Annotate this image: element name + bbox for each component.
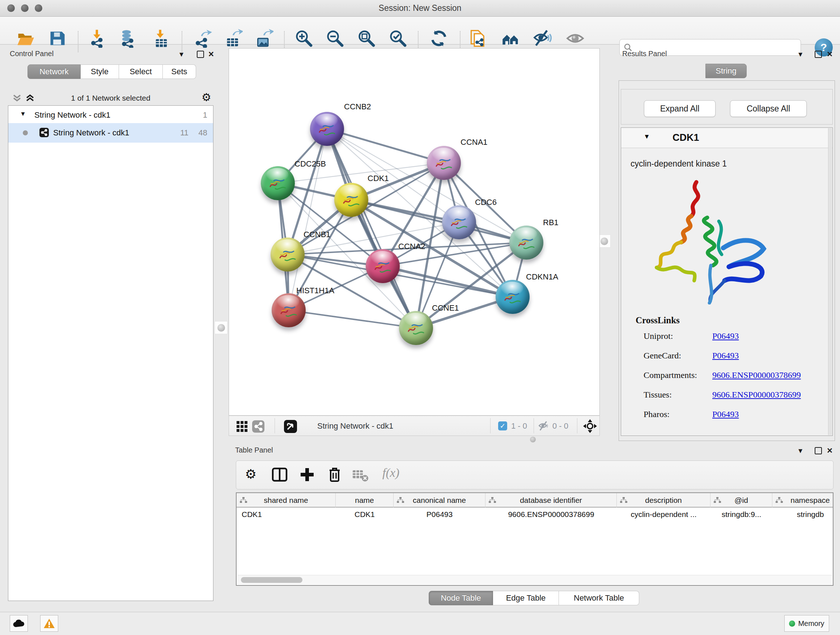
cloud-button[interactable] — [10, 615, 28, 632]
network-row-selected[interactable]: String Network - cdk1 11 48 — [8, 123, 213, 143]
gene-section-header[interactable]: ▼ CDK1 — [621, 128, 832, 148]
export-network-icon[interactable] — [193, 29, 212, 48]
pan-crosshair-icon[interactable] — [583, 419, 597, 433]
delete-table-icon[interactable] — [353, 469, 369, 482]
crosslink-link[interactable]: P06493 — [712, 331, 739, 341]
collection-expander-icon[interactable]: ▼ — [20, 111, 26, 118]
selected-checkbox-icon[interactable]: ✓ — [498, 421, 507, 431]
node-CDK1[interactable] — [334, 183, 368, 217]
home-icon[interactable] — [501, 29, 520, 48]
node-CCNE1[interactable] — [399, 311, 433, 345]
node-HIST1H1A[interactable] — [272, 293, 306, 327]
results-scrollbar[interactable] — [828, 128, 832, 435]
column-header-description[interactable]: description — [617, 493, 711, 508]
gene-name: CDK1 — [673, 132, 699, 143]
scrollbar-thumb[interactable] — [241, 577, 302, 583]
edge-CCNB2-HIST1H1A[interactable] — [289, 129, 327, 310]
birdseye-grid-icon[interactable] — [236, 421, 248, 432]
network-options-gear-icon[interactable]: ⚙ — [202, 91, 211, 103]
table-options-gear-icon[interactable]: ⚙ — [245, 467, 256, 482]
clone-network-icon[interactable] — [469, 29, 488, 48]
table-horizontal-scrollbar[interactable] — [237, 575, 832, 584]
table-panel-float-icon[interactable] — [815, 447, 822, 454]
hide-selected-icon[interactable] — [533, 29, 552, 48]
edge-CDK1-RB1[interactable] — [351, 200, 526, 242]
zoom-out-icon[interactable] — [325, 29, 344, 48]
node-CCNB2[interactable] — [310, 112, 344, 146]
column-header-namespace[interactable]: namespace — [772, 493, 840, 508]
tab-string[interactable]: String — [706, 64, 747, 78]
node-CDKN1A[interactable] — [496, 280, 530, 314]
memory-button[interactable]: Memory — [784, 615, 829, 632]
cell-description[interactable]: cyclin-dependent ... — [617, 508, 711, 521]
cell-id[interactable]: stringdb:9... — [711, 508, 772, 521]
column-header-sharedname[interactable]: shared name — [237, 493, 336, 508]
control-panel-float-icon[interactable] — [197, 51, 204, 58]
function-builder-icon[interactable]: f(x) — [382, 466, 399, 480]
hidden-node-edge-count: 0 - 0 — [553, 421, 568, 431]
results-panel-float-icon[interactable] — [815, 51, 822, 58]
save-session-icon[interactable] — [48, 29, 66, 48]
node-RB1[interactable] — [509, 226, 543, 260]
warnings-button[interactable] — [40, 615, 58, 632]
results-panel-close-icon[interactable]: × — [827, 50, 832, 57]
bottom-splitter-handle[interactable] — [530, 437, 536, 442]
cell-sharedname[interactable]: CDK1 — [237, 508, 336, 521]
table-panel-close-icon[interactable]: × — [827, 447, 832, 454]
crosslink-link[interactable]: 9606.ENSP00000378699 — [712, 390, 801, 400]
tab-network-table[interactable]: Network Table — [559, 591, 639, 605]
refresh-icon[interactable] — [429, 29, 448, 48]
open-in-window-icon[interactable] — [284, 420, 297, 433]
control-panel-menu-icon[interactable]: ▾ — [180, 50, 183, 59]
node-CCNA2[interactable] — [366, 249, 400, 283]
collapse-all-button[interactable]: Collapse All — [730, 100, 807, 117]
crosslink-link[interactable]: 9606.ENSP00000378699 — [712, 371, 801, 380]
results-panel-menu-icon[interactable]: ▾ — [798, 50, 802, 59]
tab-node-table[interactable]: Node Table — [429, 591, 493, 605]
import-table-file-icon[interactable] — [152, 29, 171, 48]
tab-select[interactable]: Select — [119, 65, 163, 79]
cell-canonicalname[interactable]: P06493 — [393, 508, 485, 521]
tab-sets[interactable]: Sets — [163, 65, 196, 79]
gene-expander-icon[interactable]: ▼ — [644, 133, 650, 141]
cell-name[interactable]: CDK1 — [336, 508, 393, 521]
column-header-name[interactable]: name — [336, 493, 393, 508]
tab-edge-table[interactable]: Edge Table — [493, 591, 559, 605]
node-CCNA1[interactable] — [427, 146, 461, 180]
table-row[interactable]: CDK1CDK1P064939606.ENSP00000378699cyclin… — [237, 508, 833, 521]
network-canvas[interactable]: CCNB2CCNA1CDC25BCDK1CDC6RB1CCNB1CCNA2CDK… — [229, 48, 600, 416]
control-panel-close-icon[interactable]: × — [208, 50, 214, 57]
column-header-id[interactable]: @id — [711, 493, 772, 508]
tab-style[interactable]: Style — [81, 65, 119, 79]
open-session-icon[interactable] — [16, 29, 35, 48]
table-panel-menu-icon[interactable]: ▾ — [798, 446, 802, 455]
tab-network[interactable]: Network — [27, 65, 81, 79]
zoom-selected-icon[interactable] — [388, 29, 407, 48]
import-network-database-icon[interactable] — [118, 29, 137, 48]
zoom-fit-icon[interactable] — [357, 29, 376, 48]
show-columns-icon[interactable] — [271, 466, 288, 483]
cell-databaseidentifier[interactable]: 9606.ENSP00000378699 — [485, 508, 617, 521]
network-overview-icon[interactable] — [252, 420, 264, 432]
column-header-canonicalname[interactable]: canonical name — [393, 493, 485, 508]
network-collection-row[interactable]: ▼ String Network - cdk1 1 — [8, 106, 213, 123]
create-column-plus-icon[interactable] — [298, 466, 316, 483]
column-header-databaseidentifier[interactable]: database identifier — [485, 493, 617, 508]
node-CCNB1[interactable] — [271, 238, 305, 272]
show-all-icon[interactable] — [566, 29, 584, 48]
expand-all-button[interactable]: Expand All — [644, 100, 715, 117]
import-network-file-icon[interactable] — [88, 29, 107, 48]
export-table-icon[interactable] — [224, 29, 243, 48]
node-CDC25B[interactable] — [261, 166, 295, 200]
zoom-in-icon[interactable] — [294, 29, 313, 48]
delete-column-trash-icon[interactable] — [326, 466, 343, 483]
edge-HIST1H1A-CCNE1[interactable] — [289, 310, 416, 328]
left-splitter-handle[interactable] — [215, 321, 227, 334]
edge-CCNB2-CCNA1[interactable] — [327, 129, 444, 163]
cell-namespace[interactable]: stringdb — [772, 508, 840, 521]
export-image-icon[interactable] — [255, 29, 273, 48]
crosslink-link[interactable]: P06493 — [712, 409, 739, 419]
edge-CCNB2-CCNE1[interactable] — [327, 129, 416, 328]
crosslink-link[interactable]: P06493 — [712, 351, 739, 361]
node-CDC6[interactable] — [442, 205, 476, 239]
